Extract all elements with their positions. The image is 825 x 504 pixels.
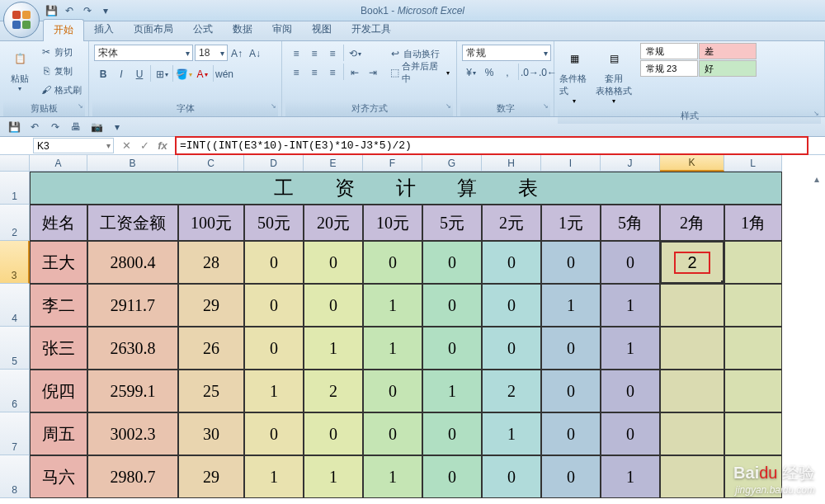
align-middle-button[interactable]: ≡ (305, 45, 323, 63)
col-header-J[interactable]: J (601, 155, 660, 172)
format-as-table-button[interactable]: ▤ 套用 表格格式▾ (592, 43, 635, 108)
row-header-3[interactable]: 3 (0, 241, 30, 284)
save-icon[interactable]: 💾 (43, 2, 59, 19)
table-cell[interactable]: 1 (601, 455, 660, 498)
table-cell[interactable]: 2 (482, 370, 541, 412)
tab-1[interactable]: 插入 (84, 19, 124, 40)
table-cell[interactable]: 0 (422, 241, 482, 284)
italic-button[interactable]: I (112, 65, 130, 83)
table-cell[interactable]: 1 (363, 327, 422, 370)
table-cell[interactable]: 29 (178, 284, 244, 327)
table-cell[interactable] (724, 241, 782, 284)
shrink-font-button[interactable]: A↓ (246, 45, 264, 63)
table-cell[interactable]: 1 (363, 284, 422, 327)
table-cell[interactable]: 0 (244, 412, 304, 455)
table-header[interactable]: 1角 (724, 205, 782, 241)
style-good[interactable]: 好 (699, 60, 757, 77)
table-cell[interactable]: 1 (482, 412, 541, 455)
table-cell[interactable] (724, 412, 782, 455)
table-cell[interactable]: 2911.7 (87, 284, 178, 327)
table-header[interactable]: 100元 (178, 205, 244, 241)
worksheet[interactable]: ABCDEFGHIJKL 12345678 工 资 计 算 表姓名工资金额100… (0, 155, 825, 172)
align-left-button[interactable]: ≡ (287, 64, 305, 82)
table-cell[interactable]: 0 (541, 241, 601, 284)
table-cell[interactable]: 28 (178, 241, 244, 284)
orientation-button[interactable]: ⟲ (346, 45, 364, 63)
table-cell[interactable]: 0 (482, 455, 541, 498)
table-header[interactable]: 工资金额 (87, 205, 178, 241)
table-header[interactable]: 20元 (304, 205, 363, 241)
increase-indent-button[interactable]: ⇥ (364, 64, 382, 82)
table-cell[interactable] (660, 455, 724, 498)
table-cell[interactable]: 29 (178, 455, 244, 498)
align-bottom-button[interactable]: ≡ (323, 45, 342, 63)
undo-icon[interactable]: ↶ (61, 2, 78, 19)
table-cell[interactable] (724, 370, 782, 412)
undo-icon[interactable]: ↶ (26, 119, 44, 135)
increase-decimal-button[interactable]: .0→ (521, 64, 539, 82)
decrease-indent-button[interactable]: ⇤ (346, 64, 364, 82)
col-header-D[interactable]: D (244, 155, 304, 172)
tab-5[interactable]: 审阅 (262, 19, 302, 40)
select-all-corner[interactable] (0, 155, 30, 172)
table-cell[interactable]: 0 (422, 327, 482, 370)
table-cell[interactable]: 王大 (30, 241, 87, 284)
redo-icon[interactable]: ↷ (46, 119, 64, 135)
merge-center-button[interactable]: ⬚合并后居中▾ (387, 64, 451, 82)
table-header[interactable]: 2元 (482, 205, 541, 241)
align-top-button[interactable]: ≡ (287, 45, 305, 63)
table-cell[interactable]: 2800.4 (87, 241, 178, 284)
cancel-formula-icon[interactable]: ✕ (117, 139, 135, 152)
row-header-7[interactable]: 7 (0, 412, 30, 455)
table-cell[interactable]: 0 (601, 370, 660, 412)
grow-font-button[interactable]: A↑ (228, 45, 246, 63)
percent-button[interactable]: % (480, 64, 498, 82)
align-right-button[interactable]: ≡ (323, 64, 342, 82)
camera-icon[interactable]: 📷 (87, 119, 106, 135)
table-cell[interactable]: 0 (363, 241, 422, 284)
border-button[interactable]: ⊞ (153, 65, 171, 83)
tab-6[interactable]: 视图 (302, 19, 342, 40)
table-cell[interactable]: 2599.1 (87, 370, 178, 412)
table-cell[interactable]: 周五 (30, 412, 87, 455)
phonetic-button[interactable]: wén (215, 65, 233, 83)
name-box[interactable]: K3 (33, 138, 114, 153)
format-painter-button[interactable]: 🖌格式刷 (38, 81, 83, 99)
align-center-button[interactable]: ≡ (305, 64, 323, 82)
row-header-1[interactable]: 1 (0, 172, 30, 205)
save-icon[interactable]: 💾 (5, 119, 23, 135)
col-header-E[interactable]: E (304, 155, 363, 172)
table-cell[interactable]: 25 (178, 370, 244, 412)
col-header-C[interactable]: C (178, 155, 244, 172)
table-header[interactable]: 5角 (601, 205, 660, 241)
col-header-G[interactable]: G (422, 155, 482, 172)
table-cell[interactable]: 马六 (30, 455, 87, 498)
formula-input[interactable]: =INT((INT(E3*10)-INT(E3)*10-J3*5)/2) (175, 136, 808, 155)
cell-styles-gallery[interactable]: 常规 差 常规 23 好 (640, 43, 757, 77)
table-cell[interactable]: 1 (244, 370, 304, 412)
style-normal23[interactable]: 常规 23 (640, 60, 698, 77)
table-cell[interactable] (660, 327, 724, 370)
table-cell[interactable]: 0 (304, 284, 363, 327)
table-cell[interactable]: 3002.3 (87, 412, 178, 455)
tab-7[interactable]: 开发工具 (342, 19, 401, 40)
table-cell[interactable]: 2 (660, 241, 724, 284)
table-cell[interactable]: 0 (422, 412, 482, 455)
table-cell[interactable]: 26 (178, 327, 244, 370)
accept-formula-icon[interactable]: ✓ (135, 139, 153, 152)
table-cell[interactable]: 0 (244, 241, 304, 284)
table-cell[interactable]: 0 (541, 327, 601, 370)
tab-3[interactable]: 公式 (183, 19, 223, 40)
fill-color-button[interactable]: 🪣 (175, 65, 193, 83)
col-header-A[interactable]: A (30, 155, 87, 172)
table-cell[interactable] (724, 327, 782, 370)
table-cell[interactable]: 倪四 (30, 370, 87, 412)
office-button[interactable] (3, 2, 40, 38)
table-cell[interactable]: 2980.7 (87, 455, 178, 498)
row-header-8[interactable]: 8 (0, 455, 30, 498)
table-cell[interactable]: 2 (304, 370, 363, 412)
col-header-L[interactable]: L (724, 155, 782, 172)
col-header-F[interactable]: F (363, 155, 422, 172)
table-title[interactable]: 工 资 计 算 表 (30, 172, 782, 205)
table-header[interactable]: 2角 (660, 205, 724, 241)
